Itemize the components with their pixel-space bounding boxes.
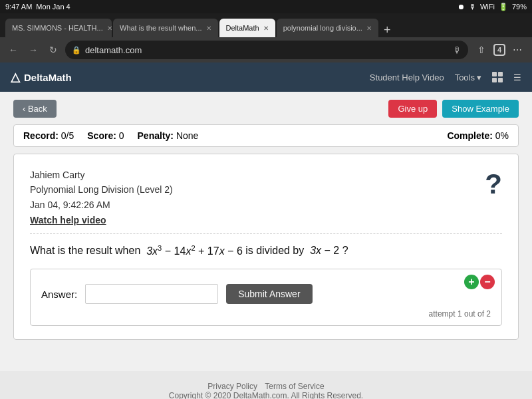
wifi-icon: WiFi — [480, 3, 495, 11]
browser-chrome: MS. SIMMONS - HEALTH... ✕ What is the re… — [0, 13, 532, 63]
record-icon: ⏺ — [458, 3, 465, 11]
question-card: Jahiem Carty Polynomial Long Division (L… — [13, 154, 519, 340]
battery-level: 79% — [512, 3, 527, 11]
address-bar[interactable]: 🔒 deltamath.com 🎙 — [65, 41, 468, 59]
question-text: What is the result when 3x3 − 14x2 + 17x… — [30, 242, 502, 259]
tab-count-badge[interactable]: 4 — [493, 44, 505, 56]
deltamath-header: △ DeltaMath Student Help Video Tools ▾ ☰ — [0, 63, 532, 92]
give-up-button[interactable]: Give up — [388, 100, 437, 118]
address-mic-icon: 🎙 — [453, 45, 462, 55]
top-button-row: ‹ Back Give up Show Example — [13, 100, 519, 118]
footer-links: Privacy Policy Terms of Service — [11, 382, 521, 391]
record-value: 0/5 — [61, 130, 74, 141]
tab-1[interactable]: MS. SIMMONS - HEALTH... ✕ — [5, 19, 112, 37]
student-info: Jahiem Carty Polynomial Long Division (L… — [30, 168, 485, 212]
complete-section: Complete: 0% — [447, 130, 509, 141]
action-buttons: Give up Show Example — [388, 100, 519, 118]
tab-2-close[interactable]: ✕ — [206, 25, 211, 32]
topic-label: Polynomial Long Division (Level 2) — [30, 182, 485, 197]
forward-nav-button[interactable]: → — [25, 42, 41, 58]
back-nav-button[interactable]: ← — [5, 42, 21, 58]
browser-toolbar-right: ⇧ 4 ⋯ — [472, 41, 527, 59]
tab-4[interactable]: polynomial long divisio... ✕ — [277, 19, 378, 37]
url-text: deltamath.com — [85, 45, 449, 55]
delta-icon: △ — [11, 70, 20, 84]
tab-2-label: What is the result when... — [120, 24, 202, 32]
answer-input[interactable] — [85, 284, 218, 304]
score-value: 0 — [119, 130, 124, 141]
tab-4-close[interactable]: ✕ — [366, 25, 372, 32]
answer-area: + − Answer: Submit Answer attempt 1 out … — [30, 269, 502, 326]
back-button[interactable]: ‹ Back — [13, 100, 57, 118]
tab-1-close[interactable]: ✕ — [107, 25, 112, 32]
penalty-label: Penalty: — [138, 130, 174, 141]
help-question-icon[interactable]: ? — [485, 170, 502, 198]
math-expression: 3x3 − 14x2 + 17x − 6 — [144, 245, 245, 257]
copyright-text: Copyright © 2020 DeltaMath.com. All Righ… — [11, 391, 521, 399]
watch-help-link[interactable]: Watch help video — [30, 215, 485, 225]
attempt-count: attempt 1 out of 2 — [41, 309, 491, 319]
footer: Privacy Policy Terms of Service Copyrigh… — [0, 371, 532, 399]
student-help-link[interactable]: Student Help Video — [370, 72, 444, 82]
tab-2[interactable]: What is the result when... ✕ — [113, 19, 218, 37]
zoom-buttons: + − — [464, 275, 495, 289]
reload-button[interactable]: ↻ — [45, 42, 61, 58]
question-divider — [30, 233, 502, 234]
math-divisor: 3x − 2 — [307, 245, 342, 257]
complete-value: 0% — [495, 130, 509, 141]
tab-bar: MS. SIMMONS - HEALTH... ✕ What is the re… — [0, 13, 532, 37]
zoom-out-button[interactable]: − — [480, 275, 495, 289]
complete-label: Complete: — [447, 130, 492, 141]
main-content: ‹ Back Give up Show Example Record: 0/5 … — [0, 92, 532, 371]
logo-text: DeltaMath — [24, 72, 72, 83]
lock-icon: 🔒 — [72, 46, 81, 55]
answer-row: Answer: Submit Answer — [41, 284, 491, 304]
record-bar: Record: 0/5 Score: 0 Penalty: None Compl… — [13, 124, 519, 147]
tab-3[interactable]: DeltaMath ✕ — [219, 19, 275, 37]
record-bar-left: Record: 0/5 Score: 0 Penalty: None — [23, 130, 198, 141]
tab-4-label: polynomial long divisio... — [283, 24, 362, 32]
new-tab-button[interactable]: + — [380, 23, 395, 37]
privacy-policy-link[interactable]: Privacy Policy — [207, 382, 257, 391]
battery-icon: 🔋 — [499, 3, 508, 11]
datetime-label: Jan 04, 9:42:26 AM — [30, 198, 485, 212]
question-mid: is divided by — [245, 245, 304, 257]
question-meta: Jahiem Carty Polynomial Long Division (L… — [30, 168, 485, 225]
record-label: Record: 0/5 — [23, 130, 74, 141]
header-nav: Student Help Video Tools ▾ ☰ — [370, 72, 521, 82]
share-button[interactable]: ⇧ — [472, 41, 491, 59]
tools-dropdown[interactable]: Tools ▾ — [455, 72, 481, 82]
tab-1-label: MS. SIMMONS - HEALTH... — [12, 24, 103, 32]
penalty-section: Penalty: None — [138, 130, 199, 141]
score-label: Score: — [87, 130, 116, 141]
question-end: ? — [342, 245, 348, 257]
tab-3-close[interactable]: ✕ — [263, 25, 269, 32]
question-prefix: What is the result when — [30, 245, 140, 257]
student-name: Jahiem Carty — [30, 168, 485, 182]
grid-view-icon[interactable] — [492, 72, 503, 82]
tools-chevron-icon: ▾ — [477, 72, 481, 82]
tab-3-label: DeltaMath — [226, 24, 259, 32]
show-example-button[interactable]: Show Example — [442, 100, 519, 118]
penalty-value: None — [176, 130, 198, 141]
question-header: Jahiem Carty Polynomial Long Division (L… — [30, 168, 502, 225]
status-bar: 9:47 AM Mon Jan 4 ⏺ 🎙 WiFi 🔋 79% — [0, 0, 532, 13]
status-time: 9:47 AM — [5, 3, 32, 11]
score-section: Score: 0 — [87, 130, 124, 141]
submit-answer-button[interactable]: Submit Answer — [226, 284, 312, 304]
deltamath-logo[interactable]: △ DeltaMath — [11, 70, 72, 84]
profile-icon[interactable]: ☰ — [513, 72, 521, 82]
more-options-button[interactable]: ⋯ — [508, 41, 527, 59]
tools-label: Tools — [455, 72, 475, 82]
terms-of-service-link[interactable]: Terms of Service — [265, 382, 324, 391]
status-day: Mon Jan 4 — [36, 3, 70, 11]
record-label-text: Record: — [23, 130, 59, 141]
answer-label: Answer: — [41, 289, 77, 300]
zoom-in-button[interactable]: + — [464, 275, 479, 289]
address-bar-row: ← → ↻ 🔒 deltamath.com 🎙 ⇧ 4 ⋯ — [0, 37, 532, 63]
mic-status-icon: 🎙 — [469, 3, 476, 11]
